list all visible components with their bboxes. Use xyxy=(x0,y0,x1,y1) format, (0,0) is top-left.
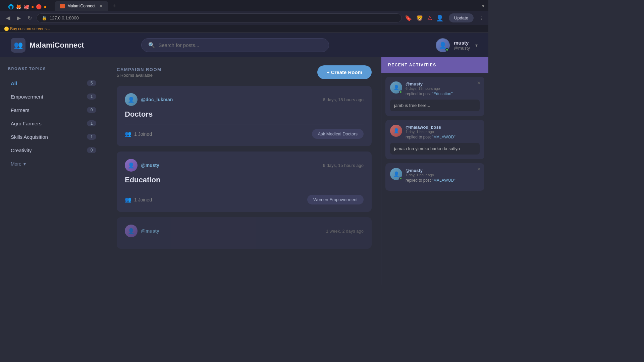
back-button[interactable]: ◀ xyxy=(4,13,12,22)
activity-username-1: @musty xyxy=(406,81,480,86)
room-author-2: 👤 @musty xyxy=(125,159,159,172)
more-topics-button[interactable]: More ▾ xyxy=(8,158,99,170)
sidebar-item-empowerment[interactable]: Empowerment 1 xyxy=(8,90,99,103)
room-joined: 👥 1 Joined xyxy=(125,131,152,137)
activity-text-1: replied to post "Education" xyxy=(406,92,480,96)
activity-post-link-1[interactable]: "Education" xyxy=(432,92,453,96)
tab-favicon xyxy=(60,4,65,8)
user-name: musty xyxy=(454,40,470,46)
brave-icon[interactable]: 🦁 xyxy=(416,14,423,22)
address-bar[interactable]: 🔒 127.0.0.1:8000 xyxy=(37,13,402,22)
room-card-header-2: 👤 @musty 6 days, 15 hours ago xyxy=(125,159,364,172)
update-button[interactable]: Update xyxy=(449,13,474,22)
room-time: 6 days, 18 hours ago xyxy=(323,97,364,102)
tab-close-icon[interactable]: ✕ xyxy=(99,3,103,9)
activity-card-1: ✕ 👤 @musty 6 days, 15 hours ago replied … xyxy=(385,77,484,116)
activity-online-dot-3 xyxy=(399,177,402,180)
joined-icon: 👥 xyxy=(125,131,131,137)
room-title-2: Education xyxy=(125,176,364,184)
activity-message-1: jamb is free here... xyxy=(390,100,480,111)
room-footer: 👥 1 Joined Ask Medical Doctors xyxy=(125,124,364,139)
activity-info-2: @malawod_boss 1 day, 1 hour ago replied … xyxy=(406,125,480,139)
search-icon: 🔍 xyxy=(148,42,155,48)
tabs-dropdown-icon[interactable]: ▾ xyxy=(482,3,484,9)
browser-toolbar: ◀ ▶ ↻ 🔒 127.0.0.1:8000 🔖 🦁 ⚠ 👤 Update ⋮ xyxy=(0,11,488,25)
sidebar-item-agrofarmers[interactable]: Agro Farmers 1 xyxy=(8,117,99,130)
activity-username-3: @musty xyxy=(406,168,480,173)
room-footer-2: 👥 1 Joined Women Empowerment xyxy=(125,190,364,204)
recent-activities-panel: RECENT ACTIVITIES ✕ 👤 @musty 6 days, 15 … xyxy=(381,57,488,285)
joined-count: 1 Joined xyxy=(134,131,152,137)
topic-label-creativity: Creativity xyxy=(11,147,32,153)
room-author-3: 👤 @musty xyxy=(125,225,159,237)
app-name: MalamiConnect xyxy=(30,41,84,50)
topic-label-all: All xyxy=(11,80,17,86)
room-card-header-3: 👤 @musty 1 week, 2 days ago xyxy=(125,225,364,237)
user-info: musty @musty xyxy=(454,40,470,51)
active-tab[interactable]: MalamiConnect ✕ xyxy=(55,1,108,11)
room-author-avatar-3: 👤 xyxy=(125,225,138,237)
room-time-3: 1 week, 2 days ago xyxy=(326,229,364,234)
bookmark-icon[interactable]: 🔖 xyxy=(405,14,412,22)
main-content: CAMPAIGN ROOM 5 Rooms available + Create… xyxy=(107,57,381,285)
room-author-name-2: @musty xyxy=(141,163,159,168)
joined-count-2: 1 Joined xyxy=(134,197,152,202)
topic-badge-creativity: 0 xyxy=(87,147,96,153)
info-bar-text: Buy custom server s... xyxy=(10,26,50,31)
tab-label: MalamiConnect xyxy=(67,4,95,8)
user-online-indicator xyxy=(445,48,449,51)
topic-badge-skills: 1 xyxy=(87,134,96,140)
more-options-icon[interactable]: ⋮ xyxy=(479,15,484,21)
room-author-avatar: 👤 xyxy=(125,93,138,106)
activity-info-3: @musty 1 day, 1 hour ago replied to post… xyxy=(406,168,480,183)
room-author: 👤 @doc_lukman xyxy=(125,93,173,106)
activity-card-2: 👤 @malawod_boss 1 day, 1 hour ago replie… xyxy=(385,120,484,159)
forward-button[interactable]: ▶ xyxy=(15,13,23,22)
user-menu[interactable]: 👤 musty @musty ▾ xyxy=(436,38,478,52)
activity-post-link-3[interactable]: "MALAWOD" xyxy=(432,178,455,183)
reload-button[interactable]: ↻ xyxy=(25,13,34,22)
room-author-name: @doc_lukman xyxy=(141,97,173,102)
campaign-header: CAMPAIGN ROOM 5 Rooms available + Create… xyxy=(117,65,372,79)
activity-close-3[interactable]: ✕ xyxy=(477,167,481,172)
search-bar[interactable]: 🔍 xyxy=(141,38,329,52)
activity-close-1[interactable]: ✕ xyxy=(477,80,481,85)
activity-user-2: 👤 @malawod_boss 1 day, 1 hour ago replie… xyxy=(390,125,480,139)
app-header: 👥 MalamiConnect 🔍 👤 musty @musty ▾ xyxy=(0,33,488,57)
activity-message-2: jama'a Ina yimuku barka da safiya xyxy=(390,143,480,155)
browser-chrome: 🌐 🦊 🐙 ● 🔴 ● MalamiConnect ✕ + ▾ ◀ ▶ ↻ 🔒 … xyxy=(0,0,488,33)
room-tag-ask-medical[interactable]: Ask Medical Doctors xyxy=(312,129,364,139)
activity-username-2: @malawod_boss xyxy=(406,125,480,130)
create-room-button[interactable]: + Create Room xyxy=(317,65,372,79)
more-label: More xyxy=(11,161,21,167)
room-card-partial: 👤 @musty 1 week, 2 days ago xyxy=(117,217,372,249)
topic-label-empowerment: Empowerment xyxy=(11,94,43,100)
room-tag-women[interactable]: Women Empowerment xyxy=(307,195,364,204)
room-card-doctors: 👤 @doc_lukman 6 days, 18 hours ago Docto… xyxy=(117,86,372,146)
activity-time-1: 6 days, 15 hours ago xyxy=(406,86,480,90)
activity-text-2: replied to post "MALAWOD" xyxy=(406,135,480,139)
user-dropdown-icon[interactable]: ▾ xyxy=(475,43,478,48)
sidebar-item-farmers[interactable]: Farmers 0 xyxy=(8,104,99,116)
sidebar-item-creativity[interactable]: Creativity 0 xyxy=(8,144,99,157)
chevron-down-icon: ▾ xyxy=(23,161,26,167)
account-icon[interactable]: 👤 xyxy=(436,14,443,22)
sidebar-title: BROWSE TOPICS xyxy=(8,67,99,71)
activity-info-1: @musty 6 days, 15 hours ago replied to p… xyxy=(406,81,480,96)
sidebar-item-skills[interactable]: Skills Acquisition 1 xyxy=(8,130,99,143)
search-input[interactable] xyxy=(158,42,322,48)
room-card-header: 👤 @doc_lukman 6 days, 18 hours ago xyxy=(125,93,364,106)
activity-user-1: 👤 @musty 6 days, 15 hours ago replied to… xyxy=(390,81,480,96)
shield-alert-icon[interactable]: ⚠ xyxy=(427,15,432,21)
sidebar-item-all[interactable]: All 5 xyxy=(8,77,99,89)
activity-post-link-2[interactable]: "MALAWOD" xyxy=(432,135,455,139)
activity-time-2: 1 day, 1 hour ago xyxy=(406,130,480,134)
topic-label-agrofarmers: Agro Farmers xyxy=(11,121,42,126)
activity-text-3: replied to post "MALAWOD" xyxy=(406,178,480,183)
new-tab-icon[interactable]: + xyxy=(112,3,116,10)
user-handle: @musty xyxy=(454,46,470,51)
activity-time-3: 1 day, 1 hour ago xyxy=(406,173,480,177)
room-time-2: 6 days, 15 hours ago xyxy=(323,163,364,168)
sidebar: BROWSE TOPICS All 5 Empowerment 1 Farmer… xyxy=(0,57,107,285)
rooms-count: 5 Rooms available xyxy=(117,73,161,78)
